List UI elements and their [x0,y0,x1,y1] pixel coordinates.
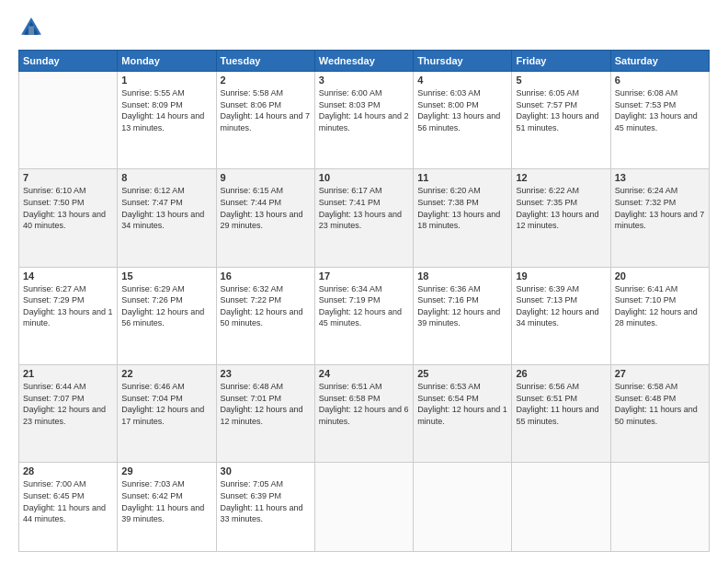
calendar-week-4: 21Sunrise: 6:44 AMSunset: 7:07 PMDayligh… [19,364,710,462]
day-number: 24 [319,368,409,379]
day-info: Sunrise: 6:27 AMSunset: 7:29 PMDaylight:… [23,283,113,329]
day-info: Sunrise: 7:00 AMSunset: 6:45 PMDaylight:… [23,478,113,524]
day-number: 18 [417,270,507,282]
day-number: 12 [516,172,606,183]
calendar-cell: 25Sunrise: 6:53 AMSunset: 6:54 PMDayligh… [414,364,512,462]
day-number: 27 [615,368,705,379]
calendar-cell: 21Sunrise: 6:44 AMSunset: 7:07 PMDayligh… [19,364,118,462]
day-number: 8 [121,172,211,183]
day-number: 14 [23,270,113,282]
day-info: Sunrise: 6:24 AMSunset: 7:32 PMDaylight:… [615,185,705,231]
day-number: 23 [221,368,311,379]
calendar-week-5: 28Sunrise: 7:00 AMSunset: 6:45 PMDayligh… [19,463,710,552]
day-info: Sunrise: 6:36 AMSunset: 7:16 PMDaylight:… [417,283,507,329]
calendar-cell: 3Sunrise: 6:00 AMSunset: 8:03 PMDaylight… [314,72,413,169]
day-info: Sunrise: 6:15 AMSunset: 7:44 PMDaylight:… [221,185,311,231]
logo-icon [18,15,44,40]
day-info: Sunrise: 7:03 AMSunset: 6:42 PMDaylight:… [121,478,211,524]
day-info: Sunrise: 6:48 AMSunset: 7:01 PMDaylight:… [221,381,311,427]
day-info: Sunrise: 6:41 AMSunset: 7:10 PMDaylight:… [615,283,705,329]
calendar-cell [414,463,512,552]
day-number: 7 [23,172,113,183]
calendar-cell: 6Sunrise: 6:08 AMSunset: 7:53 PMDaylight… [610,72,709,169]
calendar-week-3: 14Sunrise: 6:27 AMSunset: 7:29 PMDayligh… [19,267,710,364]
day-number: 2 [221,75,311,86]
day-info: Sunrise: 6:46 AMSunset: 7:04 PMDaylight:… [121,381,211,427]
calendar-cell: 23Sunrise: 6:48 AMSunset: 7:01 PMDayligh… [216,364,314,462]
day-info: Sunrise: 6:22 AMSunset: 7:35 PMDaylight:… [516,185,606,231]
calendar-cell: 12Sunrise: 6:22 AMSunset: 7:35 PMDayligh… [512,169,610,267]
svg-rect-2 [28,26,34,34]
calendar-cell: 28Sunrise: 7:00 AMSunset: 6:45 PMDayligh… [19,463,118,552]
day-number: 1 [121,75,211,86]
weekday-header-tuesday: Tuesday [216,51,314,72]
calendar-cell: 20Sunrise: 6:41 AMSunset: 7:10 PMDayligh… [610,267,709,364]
day-number: 6 [615,75,705,86]
day-info: Sunrise: 5:58 AMSunset: 8:06 PMDaylight:… [221,87,311,133]
calendar-cell: 17Sunrise: 6:34 AMSunset: 7:19 PMDayligh… [314,267,413,364]
day-number: 22 [121,368,211,379]
day-info: Sunrise: 6:44 AMSunset: 7:07 PMDaylight:… [23,381,113,427]
day-number: 30 [221,465,311,477]
day-number: 4 [417,75,507,86]
day-info: Sunrise: 6:10 AMSunset: 7:50 PMDaylight:… [23,185,113,231]
calendar-cell [512,463,610,552]
day-number: 11 [417,172,507,183]
logo [18,15,48,40]
day-info: Sunrise: 6:03 AMSunset: 8:00 PMDaylight:… [417,87,507,133]
calendar-cell: 4Sunrise: 6:03 AMSunset: 8:00 PMDaylight… [414,72,512,169]
day-info: Sunrise: 6:20 AMSunset: 7:38 PMDaylight:… [417,185,507,231]
day-number: 26 [516,368,606,379]
calendar-cell: 8Sunrise: 6:12 AMSunset: 7:47 PMDaylight… [118,169,216,267]
day-number: 21 [23,368,113,379]
header [18,15,710,40]
calendar-cell: 16Sunrise: 6:32 AMSunset: 7:22 PMDayligh… [216,267,314,364]
weekday-header-friday: Friday [512,51,610,72]
day-number: 3 [319,75,409,86]
weekday-header-thursday: Thursday [414,51,512,72]
day-number: 5 [516,75,606,86]
calendar-table: SundayMondayTuesdayWednesdayThursdayFrid… [18,50,710,552]
calendar-cell: 24Sunrise: 6:51 AMSunset: 6:58 PMDayligh… [314,364,413,462]
weekday-header-row: SundayMondayTuesdayWednesdayThursdayFrid… [19,51,710,72]
calendar-cell: 18Sunrise: 6:36 AMSunset: 7:16 PMDayligh… [414,267,512,364]
day-info: Sunrise: 6:32 AMSunset: 7:22 PMDaylight:… [221,283,311,329]
day-info: Sunrise: 7:05 AMSunset: 6:39 PMDaylight:… [221,478,311,524]
day-number: 10 [319,172,409,183]
day-info: Sunrise: 6:53 AMSunset: 6:54 PMDaylight:… [417,381,507,427]
day-number: 16 [221,270,311,282]
day-number: 13 [615,172,705,183]
day-number: 15 [121,270,211,282]
weekday-header-wednesday: Wednesday [314,51,413,72]
day-number: 9 [221,172,311,183]
calendar-cell: 13Sunrise: 6:24 AMSunset: 7:32 PMDayligh… [610,169,709,267]
day-info: Sunrise: 6:08 AMSunset: 7:53 PMDaylight:… [615,87,705,133]
calendar-cell: 9Sunrise: 6:15 AMSunset: 7:44 PMDaylight… [216,169,314,267]
calendar-cell: 27Sunrise: 6:58 AMSunset: 6:48 PMDayligh… [610,364,709,462]
calendar-cell [314,463,413,552]
calendar-cell: 1Sunrise: 5:55 AMSunset: 8:09 PMDaylight… [118,72,216,169]
calendar-header: SundayMondayTuesdayWednesdayThursdayFrid… [19,51,710,72]
calendar-cell: 10Sunrise: 6:17 AMSunset: 7:41 PMDayligh… [314,169,413,267]
calendar-cell [610,463,709,552]
calendar-cell: 5Sunrise: 6:05 AMSunset: 7:57 PMDaylight… [512,72,610,169]
day-info: Sunrise: 6:12 AMSunset: 7:47 PMDaylight:… [121,185,211,231]
weekday-header-monday: Monday [118,51,216,72]
calendar-cell: 7Sunrise: 6:10 AMSunset: 7:50 PMDaylight… [19,169,118,267]
calendar-cell: 22Sunrise: 6:46 AMSunset: 7:04 PMDayligh… [118,364,216,462]
day-info: Sunrise: 5:55 AMSunset: 8:09 PMDaylight:… [121,87,211,133]
day-info: Sunrise: 6:17 AMSunset: 7:41 PMDaylight:… [319,185,409,231]
weekday-header-saturday: Saturday [610,51,709,72]
day-info: Sunrise: 6:51 AMSunset: 6:58 PMDaylight:… [319,381,409,427]
calendar-cell: 26Sunrise: 6:56 AMSunset: 6:51 PMDayligh… [512,364,610,462]
calendar-week-2: 7Sunrise: 6:10 AMSunset: 7:50 PMDaylight… [19,169,710,267]
calendar-cell: 15Sunrise: 6:29 AMSunset: 7:26 PMDayligh… [118,267,216,364]
day-info: Sunrise: 6:34 AMSunset: 7:19 PMDaylight:… [319,283,409,329]
calendar-cell: 11Sunrise: 6:20 AMSunset: 7:38 PMDayligh… [414,169,512,267]
day-info: Sunrise: 6:00 AMSunset: 8:03 PMDaylight:… [319,87,409,133]
calendar-cell [19,72,118,169]
calendar-cell: 14Sunrise: 6:27 AMSunset: 7:29 PMDayligh… [19,267,118,364]
day-info: Sunrise: 6:58 AMSunset: 6:48 PMDaylight:… [615,381,705,427]
page: SundayMondayTuesdayWednesdayThursdayFrid… [0,0,728,563]
day-info: Sunrise: 6:39 AMSunset: 7:13 PMDaylight:… [516,283,606,329]
